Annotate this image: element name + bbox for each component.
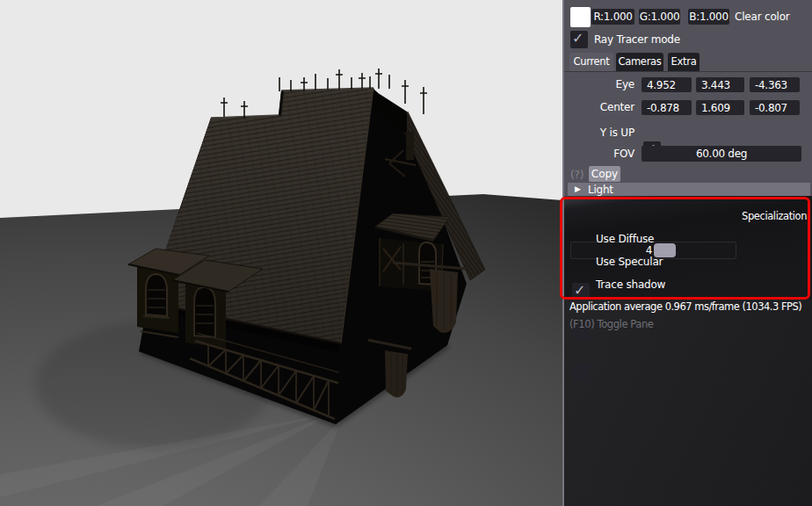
camera-tab-bar: Current Cameras Extra bbox=[564, 53, 812, 71]
tab-current[interactable]: Current bbox=[569, 53, 613, 71]
clear-color-r-value: R:1.000 bbox=[593, 11, 632, 23]
eye-z-value: -4.363 bbox=[755, 79, 787, 91]
tab-cameras[interactable]: Cameras bbox=[616, 53, 663, 71]
tab-underline bbox=[564, 71, 812, 72]
center-y-field[interactable]: 1.609 bbox=[696, 100, 744, 115]
help-marker[interactable]: (?) bbox=[570, 167, 584, 183]
eye-label: Eye bbox=[564, 77, 634, 92]
fov-field[interactable]: 60.00 deg bbox=[642, 146, 801, 162]
eye-z-field[interactable]: -4.363 bbox=[750, 77, 800, 92]
eye-y-field[interactable]: 3.443 bbox=[696, 77, 744, 92]
toggle-pane-hint: (F10) Toggle Pane bbox=[569, 318, 654, 330]
clear-color-swatch[interactable] bbox=[570, 7, 591, 27]
fov-value: 60.00 deg bbox=[696, 148, 747, 160]
center-x-field[interactable]: -0.878 bbox=[642, 100, 692, 115]
clear-color-b-value: B:1.000 bbox=[689, 11, 729, 23]
center-x-value: -0.878 bbox=[647, 102, 679, 114]
clear-color-b-field[interactable]: B:1.000 bbox=[688, 9, 729, 25]
ray-tracer-mode-checkbox[interactable]: ✓ bbox=[570, 31, 588, 48]
expand-arrow-icon: ▶ bbox=[575, 183, 581, 196]
clear-color-g-field[interactable]: G:1.000 bbox=[639, 9, 680, 25]
tab-extra[interactable]: Extra bbox=[668, 53, 700, 71]
viewport-3d[interactable] bbox=[0, 0, 562, 506]
copy-button[interactable]: Copy bbox=[589, 166, 620, 182]
eye-x-field[interactable]: 4.952 bbox=[642, 77, 692, 92]
use-diffuse-checkbox[interactable]: ✓ bbox=[572, 283, 590, 300]
use-specular-label: Use Specular bbox=[596, 254, 663, 270]
center-label: Center bbox=[564, 100, 634, 115]
app-window: R:1.000 G:1.000 B:1.000 Clear color ✓ Ra… bbox=[0, 0, 812, 506]
center-z-field[interactable]: -0.807 bbox=[750, 100, 800, 115]
clear-color-g-value: G:1.000 bbox=[640, 11, 680, 23]
ray-tracer-mode-label: Ray Tracer mode bbox=[594, 32, 680, 47]
center-z-value: -0.807 bbox=[755, 102, 787, 114]
checkmark-icon: ✓ bbox=[574, 282, 585, 299]
eye-y-value: 3.443 bbox=[701, 79, 730, 91]
trace-shadow-label: Trace shadow bbox=[596, 277, 665, 293]
settings-panel: R:1.000 G:1.000 B:1.000 Clear color ✓ Ra… bbox=[562, 0, 812, 506]
clear-color-label: Clear color bbox=[735, 9, 790, 25]
eye-x-value: 4.952 bbox=[647, 79, 676, 91]
use-diffuse-label: Use Diffuse bbox=[596, 231, 654, 247]
fov-label: FOV bbox=[564, 147, 634, 162]
performance-status: Application average 0.967 ms/frame (1034… bbox=[569, 300, 801, 313]
trace-shadow-checkbox[interactable] bbox=[572, 364, 590, 381]
specialization-label: Specialization bbox=[742, 208, 807, 224]
center-y-value: 1.609 bbox=[701, 102, 730, 114]
y-is-up-label: Y is UP bbox=[564, 125, 634, 141]
light-header-label: Light bbox=[588, 184, 613, 196]
checkmark-icon: ✓ bbox=[572, 30, 584, 47]
scene-render bbox=[0, 0, 562, 506]
light-section-header[interactable]: ▶ Light bbox=[568, 183, 810, 196]
lower-section-bg bbox=[564, 300, 812, 506]
clear-color-r-field[interactable]: R:1.000 bbox=[591, 9, 634, 25]
